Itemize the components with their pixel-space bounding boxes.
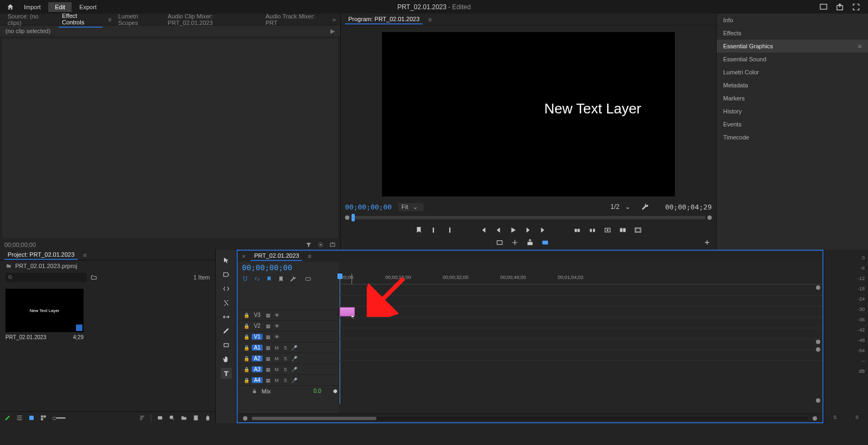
lane-mix[interactable]: [339, 360, 822, 371]
freeform-view-icon[interactable]: [40, 415, 47, 421]
lock-icon[interactable]: 🔒: [243, 355, 250, 362]
hand-tool-icon[interactable]: [221, 354, 232, 365]
list-view-icon[interactable]: [16, 415, 23, 421]
go-to-out-icon[interactable]: [540, 226, 547, 234]
comparison-view-icon[interactable]: [619, 226, 627, 234]
timeline-settings-icon[interactable]: [278, 276, 284, 282]
sync-lock-icon[interactable]: ▦: [265, 334, 271, 340]
eye-icon[interactable]: 👁: [273, 323, 280, 329]
slip-tool-icon[interactable]: [221, 312, 232, 322]
track-label[interactable]: V2: [252, 323, 263, 329]
track-label[interactable]: A4: [252, 377, 263, 383]
mute-icon[interactable]: M: [273, 366, 280, 373]
export-frame-icon[interactable]: [604, 226, 611, 234]
scrub-playhead[interactable]: [352, 214, 355, 221]
project-bin[interactable]: New Text Layer PRT_02.01.2023 4;29: [0, 283, 215, 411]
captions-icon[interactable]: [541, 239, 549, 246]
play-icon[interactable]: [509, 226, 517, 234]
filter-icon[interactable]: [305, 241, 312, 248]
share-icon[interactable]: [835, 3, 844, 11]
program-monitor[interactable]: New Text Layer: [382, 32, 675, 196]
tab-lumetri-scopes[interactable]: Lumetri Scopes: [115, 12, 161, 27]
tab-audio-clip-mixer[interactable]: Audio Clip Mixer: PRT_02.01.2023: [164, 12, 259, 27]
lock-icon[interactable]: 🔒: [243, 377, 250, 384]
type-tool-icon[interactable]: [221, 368, 232, 379]
extract-icon[interactable]: [589, 226, 596, 234]
voice-over-icon[interactable]: 🎤: [291, 366, 297, 373]
project-search[interactable]: [5, 273, 87, 282]
v-scroll-mid-cap[interactable]: [816, 340, 820, 344]
track-select-tool-icon[interactable]: [221, 269, 232, 280]
tab-menu-icon[interactable]: ≡: [108, 16, 111, 23]
tab-overflow-icon[interactable]: »: [333, 16, 336, 23]
lift-icon[interactable]: [573, 226, 581, 234]
right-panel-essential-graphics[interactable]: Essential Graphics≡: [717, 40, 868, 53]
solo-icon[interactable]: S: [282, 366, 289, 373]
track-header-a4[interactable]: 🔒A4▦MS🎤: [238, 374, 339, 385]
right-panel-info[interactable]: Info: [717, 14, 868, 27]
track-label[interactable]: V1: [252, 334, 263, 340]
sync-lock-icon[interactable]: ▦: [265, 377, 271, 384]
clip-item[interactable]: New Text Layer PRT_02.01.2023 4;29: [5, 289, 84, 340]
pen-tool-icon[interactable]: [221, 326, 232, 336]
tab-source[interactable]: Source: (no clips): [4, 12, 55, 27]
mute-icon[interactable]: M: [273, 377, 280, 384]
right-panel-essential-sound[interactable]: Essential Sound: [717, 53, 868, 66]
lane-v1[interactable]: [339, 306, 822, 317]
scrub-track[interactable]: [352, 216, 705, 219]
clip-thumbnail[interactable]: New Text Layer: [5, 289, 84, 332]
tab-sequence[interactable]: PRT_02.01.2023: [251, 251, 302, 261]
lane-a1[interactable]: [339, 317, 822, 328]
right-panel-events[interactable]: Events: [717, 118, 868, 131]
track-label[interactable]: A1: [252, 345, 263, 351]
right-panel-markers[interactable]: Markers: [717, 92, 868, 105]
program-scrubber[interactable]: [344, 213, 713, 223]
eye-icon[interactable]: 👁: [273, 334, 280, 340]
lock-icon[interactable]: 🔒: [243, 366, 250, 373]
lane-a2[interactable]: [339, 328, 822, 339]
add-marker-icon[interactable]: [415, 226, 423, 234]
scrub-end-cap[interactable]: [707, 215, 712, 220]
safe-margins-icon[interactable]: [634, 226, 642, 234]
track-header-v1[interactable]: 🔒V1▦👁: [238, 331, 339, 342]
selection-tool-icon[interactable]: [221, 255, 232, 266]
voice-over-icon[interactable]: 🎤: [291, 377, 297, 384]
mark-in-icon[interactable]: [430, 226, 438, 234]
automate-icon[interactable]: [157, 415, 163, 421]
sync-lock-icon[interactable]: ▦: [265, 345, 271, 351]
solo-icon[interactable]: S: [282, 355, 289, 362]
zoom-fit-select[interactable]: Fit ⌄: [398, 203, 423, 211]
icon-view-icon[interactable]: [28, 415, 35, 421]
sync-lock-icon[interactable]: ▦: [265, 323, 271, 329]
lane-a4[interactable]: [339, 349, 822, 360]
eye-icon[interactable]: 👁: [273, 312, 280, 319]
timeline-close-icon[interactable]: ×: [242, 253, 245, 259]
meter-ch-left[interactable]: S: [833, 415, 837, 420]
button-editor-icon[interactable]: +: [705, 238, 710, 247]
scrub-start-cap[interactable]: [345, 215, 349, 220]
project-tab-menu-icon[interactable]: ≡: [83, 252, 86, 258]
mute-icon[interactable]: M: [273, 345, 280, 351]
add-marker-tl-icon[interactable]: [266, 276, 272, 282]
track-label[interactable]: A3: [252, 366, 263, 372]
playhead-handle[interactable]: [337, 274, 342, 279]
fullscreen-icon[interactable]: [852, 3, 860, 11]
wrench-tl-icon[interactable]: [290, 276, 296, 282]
rectangle-tool-icon[interactable]: [221, 340, 232, 351]
timeline-tracks-area[interactable]: ;00;00 00;00;16;00 00;00;32;00 00;00;48;…: [339, 262, 822, 414]
timeline-timecode[interactable]: 00;00;00;00: [242, 263, 292, 272]
track-label[interactable]: A2: [252, 355, 263, 361]
voice-over-icon[interactable]: 🎤: [291, 345, 297, 351]
track-header-a2[interactable]: 🔒A2▦MS🎤: [238, 353, 339, 364]
lock-icon[interactable]: 🔒: [243, 345, 250, 351]
track-header-a1[interactable]: 🔒A1▦MS🎤: [238, 342, 339, 353]
tab-effect-controls[interactable]: Effect Controls: [59, 11, 103, 28]
timeline-ruler[interactable]: ;00;00 00;00;16;00 00;00;32;00 00;00;48;…: [339, 274, 822, 284]
proxy-icon[interactable]: [496, 239, 503, 246]
resolution-select[interactable]: 1/2 ⌄: [610, 203, 630, 211]
mute-icon[interactable]: M: [273, 355, 280, 362]
wrench-icon[interactable]: [641, 203, 649, 211]
workspace-icon[interactable]: [819, 3, 828, 11]
menu-import[interactable]: Import: [17, 2, 47, 12]
zoom-right-cap[interactable]: [813, 416, 817, 421]
